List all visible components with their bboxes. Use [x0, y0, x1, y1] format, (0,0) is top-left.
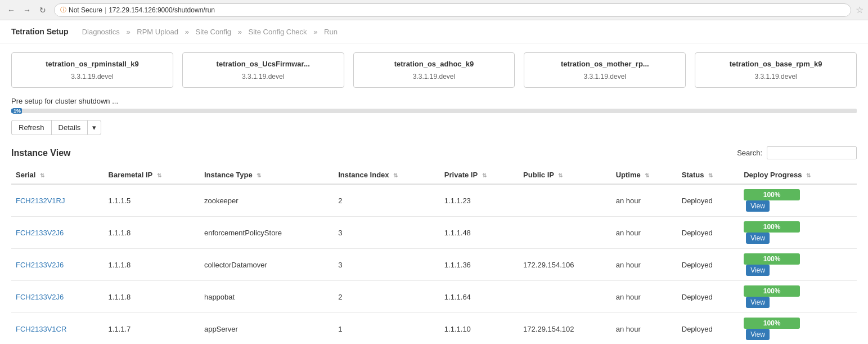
rpm-card-2: tetration_os_adhoc_k9 3.3.1.19.devel	[353, 52, 515, 88]
deploy-bar-text-4: 100%	[763, 319, 781, 327]
cell-baremetal-2: 1.1.1.8	[104, 249, 200, 281]
table-row: FCH2133V2J61.1.1.8enforcementPolicyStore…	[11, 217, 857, 249]
cell-serial-4: FCH2133V1CR	[11, 313, 104, 345]
cell-private-ip-0: 1.1.1.23	[440, 184, 519, 217]
cell-instance-type-2: collectorDatamover	[200, 249, 334, 281]
search-input[interactable]	[767, 146, 857, 159]
col-status[interactable]: Status ⇅	[677, 166, 739, 184]
serial-link-4[interactable]: FCH2133V1CR	[16, 325, 66, 333]
col-deploy-progress[interactable]: Deploy Progress ⇅	[739, 166, 857, 184]
cell-instance-type-3: happobat	[200, 281, 334, 313]
serial-link-2[interactable]: FCH2133V2J6	[16, 261, 64, 269]
cell-instance-type-4: appServer	[200, 313, 334, 345]
breadcrumb-sep-2: »	[185, 28, 191, 36]
action-buttons: Refresh Details ▾	[11, 120, 857, 135]
serial-link-1[interactable]: FCH2133V2J6	[16, 229, 64, 237]
table-row: FCH2133V1CR1.1.1.7appServer11.1.1.10172.…	[11, 313, 857, 345]
progress-bar-container: 1%	[11, 109, 857, 113]
col-public-ip[interactable]: Public IP ⇅	[519, 166, 611, 184]
sort-icon-private-ip: ⇅	[482, 172, 487, 178]
bookmark-icon[interactable]: ☆	[856, 5, 863, 15]
cell-serial-3: FCH2133V2J6	[11, 281, 104, 313]
separator: |	[105, 6, 106, 14]
view-button-0[interactable]: View	[746, 200, 770, 212]
breadcrumb-sep-1: »	[126, 28, 132, 36]
cell-private-ip-3: 1.1.1.64	[440, 281, 519, 313]
cell-status-1: Deployed	[677, 217, 739, 249]
sort-icon-status: ⇅	[708, 172, 713, 178]
cell-uptime-2: an hour	[611, 249, 677, 281]
progress-label: 1%	[12, 108, 22, 114]
sort-icon-baremetal: ⇅	[157, 172, 161, 178]
instance-table: Serial ⇅ Baremetal IP ⇅ Instance Type ⇅ …	[11, 166, 857, 344]
cell-instance-index-3: 2	[334, 281, 440, 313]
cell-private-ip-1: 1.1.1.48	[440, 217, 519, 249]
deploy-bar-2: 100%	[744, 253, 800, 265]
serial-link-3[interactable]: FCH2133V2J6	[16, 293, 64, 301]
view-button-4[interactable]: View	[746, 329, 770, 340]
breadcrumb-diagnostics[interactable]: Diagnostics	[82, 28, 120, 36]
details-button[interactable]: Details	[51, 120, 88, 135]
deploy-bar-4: 100%	[744, 318, 800, 329]
back-button[interactable]: ←	[5, 3, 18, 17]
rpm-cards-container: tetration_os_rpminstall_k9 3.3.1.19.deve…	[11, 52, 857, 88]
refresh-button[interactable]: Refresh	[11, 120, 51, 135]
browser-chrome: ← → ↻ ⓘ Not Secure | 172.29.154.126:9000…	[0, 0, 868, 20]
nav-buttons[interactable]: ← → ↻	[5, 3, 50, 17]
breadcrumb-rpm-upload[interactable]: RPM Upload	[137, 28, 178, 36]
col-private-ip[interactable]: Private IP ⇅	[440, 166, 519, 184]
rpm-card-version-2: 3.3.1.19.devel	[363, 73, 506, 81]
deploy-bar-text-0: 100%	[763, 191, 781, 199]
cell-deploy-0: 100% View	[739, 184, 857, 217]
table-row: FCH2133V2J61.1.1.8happobat21.1.1.64an ho…	[11, 281, 857, 313]
deploy-bar-text-3: 100%	[763, 287, 781, 295]
rpm-card-title-0: tetration_os_rpminstall_k9	[21, 60, 164, 68]
table-row: FCH2132V1RJ1.1.1.5zookeeper21.1.1.23an h…	[11, 184, 857, 217]
cell-public-ip-4: 172.29.154.102	[519, 313, 611, 345]
breadcrumb-site-config-check[interactable]: Site Config Check	[249, 28, 307, 36]
rpm-card-version-0: 3.3.1.19.devel	[21, 73, 164, 81]
dropdown-button[interactable]: ▾	[87, 120, 101, 135]
view-button-3[interactable]: View	[746, 297, 770, 308]
deploy-bar-1: 100%	[744, 221, 800, 233]
cell-uptime-4: an hour	[611, 313, 677, 345]
address-bar[interactable]: ⓘ Not Secure | 172.29.154.126:9000/shutd…	[54, 3, 851, 17]
col-instance-type[interactable]: Instance Type ⇅	[200, 166, 334, 184]
cell-serial-0: FCH2132V1RJ	[11, 184, 104, 217]
cell-public-ip-3	[519, 281, 611, 313]
rpm-card-1: tetration_os_UcsFirmwar... 3.3.1.19.deve…	[182, 52, 344, 88]
col-baremetal-ip[interactable]: Baremetal IP ⇅	[104, 166, 200, 184]
cell-baremetal-3: 1.1.1.8	[104, 281, 200, 313]
cell-status-4: Deployed	[677, 313, 739, 345]
view-button-2[interactable]: View	[746, 265, 770, 276]
col-instance-index[interactable]: Instance Index ⇅	[334, 166, 440, 184]
view-button-1[interactable]: View	[746, 233, 770, 244]
sort-icon-public-ip: ⇅	[558, 172, 563, 178]
cell-public-ip-2: 172.29.154.106	[519, 249, 611, 281]
cell-instance-index-2: 3	[334, 249, 440, 281]
instance-view-header: Instance View Search:	[11, 146, 857, 159]
cell-instance-index-1: 3	[334, 217, 440, 249]
cell-baremetal-1: 1.1.1.8	[104, 217, 200, 249]
deploy-bar-0: 100%	[744, 189, 800, 200]
breadcrumb-site-config[interactable]: Site Config	[195, 28, 231, 36]
app-title: Tetration Setup	[11, 27, 69, 36]
deploy-bar-3: 100%	[744, 285, 800, 297]
rpm-card-4: tetration_os_base_rpm_k9 3.3.1.19.devel	[695, 52, 857, 88]
forward-button[interactable]: →	[20, 3, 34, 17]
serial-link-0[interactable]: FCH2132V1RJ	[16, 196, 65, 205]
breadcrumb-run[interactable]: Run	[324, 28, 338, 36]
breadcrumb-sep-4: »	[313, 28, 320, 36]
col-uptime[interactable]: Uptime ⇅	[611, 166, 677, 184]
url-text: 172.29.154.126:9000/shutdown/run	[109, 6, 215, 14]
cell-deploy-4: 100% View	[739, 313, 857, 345]
cell-instance-index-4: 1	[334, 313, 440, 345]
col-serial[interactable]: Serial ⇅	[11, 166, 104, 184]
table-row: FCH2133V2J61.1.1.8collectorDatamover31.1…	[11, 249, 857, 281]
deploy-bar-text-2: 100%	[763, 255, 781, 263]
reload-button[interactable]: ↻	[36, 3, 50, 17]
sort-icon-deploy: ⇅	[806, 172, 811, 178]
cell-uptime-3: an hour	[611, 281, 677, 313]
status-text: Pre setup for cluster shutdown ...	[11, 97, 857, 105]
sort-icon-uptime: ⇅	[645, 172, 649, 178]
